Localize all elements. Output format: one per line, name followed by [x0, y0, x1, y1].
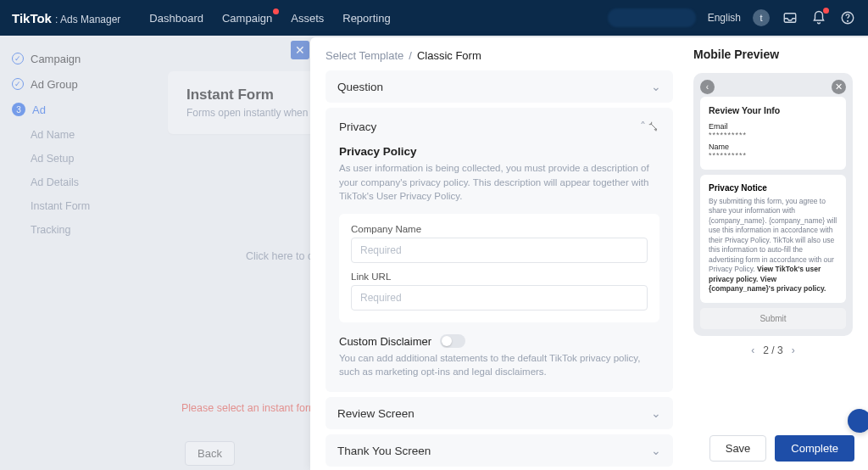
avatar[interactable]: t	[753, 9, 770, 26]
preview-email-label: Email	[709, 122, 837, 131]
form-editor-modal: Select Template / Classic Form Question …	[310, 37, 868, 470]
nav-dashboard[interactable]: Dashboard	[149, 12, 203, 25]
inbox-icon[interactable]	[782, 9, 798, 26]
preview-privacy-body: By submitting this form, you agree to sh…	[709, 197, 837, 294]
preview-submit-button: Submit	[700, 308, 846, 329]
help-bubble-icon[interactable]	[848, 409, 868, 433]
privacy-policy-title: Privacy Policy	[339, 145, 659, 158]
pager-count: 2 / 3	[763, 344, 782, 356]
crumb-parent[interactable]: Select Template	[326, 49, 403, 62]
preview-name-label: Name	[709, 143, 837, 151]
substep-ad-details[interactable]: Ad Details	[31, 173, 136, 192]
top-nav: Dashboard Campaign Assets Reporting	[149, 12, 390, 25]
preview-privacy-title: Privacy Notice	[709, 183, 837, 193]
breadcrumb: Select Template / Classic Form	[326, 49, 673, 62]
brand-suffix: : Ads Manager	[55, 14, 120, 25]
section-privacy: Privacy ˄ Privacy Policy As user informa…	[326, 108, 673, 392]
close-icon[interactable]: ✕	[291, 41, 309, 59]
mobile-preview-title: Mobile Preview	[693, 48, 853, 61]
section-privacy-header[interactable]: Privacy ˄	[339, 120, 659, 133]
chevron-up-icon: ˄	[640, 120, 659, 133]
company-name-label: Company Name	[351, 224, 648, 234]
step-campaign[interactable]: ✓Campaign	[12, 46, 136, 71]
svg-point-2	[848, 20, 849, 21]
nav-assets[interactable]: Assets	[291, 12, 324, 25]
pager-next-icon[interactable]: ›	[792, 344, 795, 356]
substep-instant-form[interactable]: Instant Form	[31, 197, 136, 215]
section-review-screen[interactable]: Review Screen ⌄	[326, 397, 673, 429]
preview-email-value: **********	[709, 131, 837, 139]
save-button[interactable]: Save	[709, 435, 767, 462]
modal-main: Select Template / Classic Form Question …	[310, 37, 688, 470]
section-question[interactable]: Question ⌄	[326, 70, 673, 103]
phone-close-icon[interactable]: ✕	[832, 80, 846, 94]
custom-disclaimer-label: Custom Disclaimer	[339, 335, 431, 348]
step-sidebar: ✓Campaign ✓Ad Group 3Ad Ad Name Ad Setup…	[0, 36, 136, 239]
preview-review-card: Review Your Info Email ********** Name *…	[700, 97, 846, 170]
click-hint: Click here to c	[246, 250, 313, 262]
chevron-down-icon: ⌄	[651, 80, 661, 93]
step-number-icon: 3	[12, 103, 25, 116]
privacy-policy-desc: As user information is being collected, …	[339, 161, 659, 204]
crumb-current: Classic Form	[417, 49, 481, 62]
bell-icon[interactable]	[810, 9, 827, 26]
link-url-label: Link URL	[351, 271, 648, 282]
phone-frame: ‹ ✕ Review Your Info Email ********** Na…	[693, 73, 853, 336]
brand: TikTok: Ads Manager	[12, 11, 120, 25]
chevron-down-icon: ⌄	[651, 406, 661, 420]
chevron-down-icon: ⌄	[651, 444, 661, 457]
substep-tracking[interactable]: Tracking	[31, 221, 136, 239]
substeps: Ad Name Ad Setup Ad Details Instant Form…	[31, 126, 136, 239]
account-pill[interactable]	[608, 8, 696, 27]
preview-pager: ‹ 2 / 3 ›	[693, 344, 853, 356]
preview-name-value: **********	[709, 151, 837, 159]
custom-disclaimer-row: Custom Disclaimer	[339, 334, 659, 348]
step-adgroup[interactable]: ✓Ad Group	[12, 71, 136, 97]
pager-prev-icon[interactable]: ‹	[751, 344, 754, 356]
custom-disclaimer-desc: You can add additional statements to the…	[339, 351, 659, 378]
check-icon: ✓	[12, 78, 24, 90]
modal-footer: Save Complete	[709, 435, 854, 462]
notif-dot-icon	[273, 8, 279, 14]
company-name-input[interactable]	[351, 238, 648, 263]
cursor-icon	[648, 120, 659, 132]
check-icon: ✓	[12, 53, 24, 64]
privacy-form: Company Name Link URL	[339, 214, 659, 322]
phone-back-icon[interactable]: ‹	[700, 80, 715, 94]
preview-review-title: Review Your Info	[709, 105, 837, 115]
top-bar: TikTok: Ads Manager Dashboard Campaign A…	[0, 0, 868, 36]
mobile-preview-panel: Mobile Preview ‹ ✕ Review Your Info Emai…	[688, 37, 868, 470]
preview-privacy-card: Privacy Notice By submitting this form, …	[700, 175, 846, 303]
substep-ad-setup[interactable]: Ad Setup	[31, 149, 136, 168]
bell-dot-icon	[823, 8, 829, 14]
back-button[interactable]: Back	[185, 441, 235, 466]
complete-button[interactable]: Complete	[775, 435, 854, 462]
substep-ad-name[interactable]: Ad Name	[31, 126, 136, 144]
custom-disclaimer-toggle[interactable]	[440, 334, 465, 348]
crumb-sep: /	[409, 49, 412, 62]
nav-reporting[interactable]: Reporting	[342, 12, 390, 25]
brand-name: TikTok	[12, 11, 52, 25]
section-thank-you[interactable]: Thank You Screen ⌄	[326, 434, 673, 467]
language-selector[interactable]: English	[708, 12, 741, 24]
topbar-right: English t	[608, 8, 856, 27]
step-ad[interactable]: 3Ad	[12, 97, 136, 122]
link-url-input[interactable]	[351, 285, 648, 311]
help-icon[interactable]	[839, 9, 856, 26]
nav-campaign[interactable]: Campaign	[222, 12, 272, 25]
